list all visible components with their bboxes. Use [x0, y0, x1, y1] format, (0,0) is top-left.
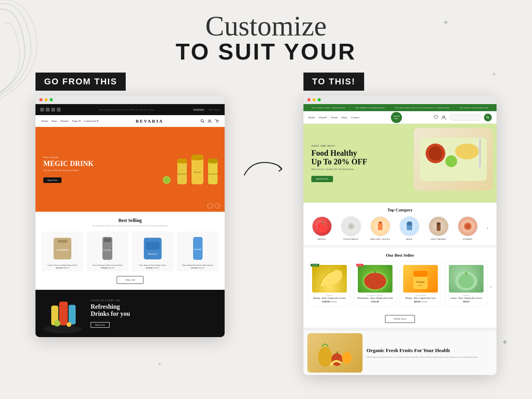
svg-point-43	[317, 222, 327, 232]
user-icon[interactable]	[208, 119, 212, 123]
food-user-icon[interactable]	[441, 115, 446, 120]
food-product-row: TOPSPE TOPSPE Banana - Raw, Organically …	[308, 261, 492, 311]
food-nav-about[interactable]: About	[331, 116, 338, 119]
food-hero-title: Food Healthy Up To 20% OFF	[311, 149, 489, 166]
food-nav-home[interactable]: Home	[308, 116, 315, 119]
food-product-img-2	[358, 265, 392, 293]
svg-point-31	[54, 320, 60, 326]
food-hero-cta[interactable]: SHOP NOW	[311, 176, 333, 182]
svg-text:Juice: Juice	[419, 284, 423, 286]
bevaria-header-icons	[201, 119, 219, 123]
cart-icon[interactable]	[215, 119, 219, 123]
svg-point-67	[318, 347, 332, 367]
bevaria-nav-pages[interactable]: Pages ▾	[72, 119, 81, 123]
svg-line-1	[203, 121, 204, 123]
svg-point-48	[350, 225, 353, 228]
product-img-4: ELIXIR	[186, 235, 210, 262]
svg-point-4	[218, 122, 218, 123]
food-product-price-3: $69.99 $120.00	[402, 300, 439, 303]
others-circle[interactable]	[458, 216, 478, 237]
browser-bar-right	[303, 95, 497, 104]
bevaria-hero: New Arrivals MEGIC DRINK Sale up to 70% …	[35, 127, 225, 212]
svg-rect-29	[59, 302, 68, 325]
topbar-item-3: GET SPECIAL DISCOUNT GET 5 PACKAGE PLAN …	[395, 107, 449, 109]
next-arrow[interactable]: ›	[214, 203, 220, 209]
best-selling-section: Best Selling The drinks that started it …	[35, 212, 225, 290]
search-icon[interactable]	[201, 119, 205, 123]
food-product-img-4	[449, 265, 484, 293]
food-wishlist-icon[interactable]	[433, 115, 438, 120]
food-header-right	[433, 114, 492, 121]
cursive-title: Customize	[0, 12, 532, 40]
svg-point-69	[342, 352, 352, 364]
product-card-1: LAUDER Lauder Advanced Night Magic Drink…	[41, 231, 84, 271]
social-icon-1	[40, 108, 44, 112]
svg-line-35	[488, 118, 489, 119]
social-icon-3	[51, 108, 55, 112]
svg-point-66	[458, 274, 474, 288]
svg-rect-50	[379, 222, 382, 224]
milk-label: MILK	[406, 238, 413, 240]
bevaria-nav-shop[interactable]: Shop	[51, 119, 57, 123]
hero-slide-arrows: ‹ ›	[207, 203, 220, 209]
view-all-button[interactable]: View All	[117, 276, 143, 284]
food-nav-blog[interactable]: Blog	[342, 116, 347, 119]
product-name-1: Lauder Advanced Night Magic Drink	[43, 264, 82, 266]
food-badge-1: TOPSPE	[311, 264, 319, 267]
dot-green-left	[50, 98, 53, 101]
bevaria-main-header: Home Shop Themes Pages ▾ Collections ▾ B…	[35, 115, 225, 127]
others-label: OTHERS	[463, 238, 472, 240]
organic-juices-circle[interactable]	[370, 216, 391, 237]
bevaria-nav-collections[interactable]: Collections ▾	[84, 119, 99, 123]
milk-circle[interactable]	[399, 216, 420, 237]
food-search-input[interactable]	[449, 114, 481, 121]
product-next-arrow[interactable]: ›	[489, 282, 492, 291]
product-card-2: ELIXAR Elixar Hydrogen Water Energy Drin…	[87, 231, 129, 271]
bevaria-top-nav: Join our Email List and receive 20% off …	[35, 104, 225, 115]
promo-cta-button[interactable]: Shop Now	[91, 322, 110, 328]
svg-rect-12	[208, 158, 218, 163]
vegetables-circle[interactable]	[341, 216, 361, 237]
svg-point-32	[67, 322, 71, 327]
food-view-all-button[interactable]: VIEW ALL	[385, 315, 415, 323]
food-product-type-3: SOFT DRINK	[402, 295, 439, 296]
dot-red-left	[39, 98, 43, 101]
product-name-4: Elixir Magic Hard Honey Mead Drinks	[179, 264, 217, 266]
bevaria-nav-home[interactable]: Home	[41, 119, 48, 123]
product-img-2: ELIXAR	[96, 235, 119, 262]
svg-rect-17	[58, 240, 67, 243]
hero-cans: MOCKUP Mockup MOCKUP	[176, 153, 219, 186]
prev-arrow[interactable]: ‹	[207, 203, 213, 209]
page-header: Customize TO SUIT YOUR	[0, 0, 532, 65]
food-product-name-4: Guava - Raw, Organically Grown	[448, 297, 485, 300]
food-search-button[interactable]	[484, 114, 492, 121]
food-product-type-2: SEASONAL FRUITS	[357, 295, 394, 296]
main-content: GO FROM THIS Join our Email List and rec…	[0, 65, 532, 375]
svg-rect-6	[177, 158, 187, 163]
best-selling-subtitle: The drinks that started it all. Our juic…	[41, 225, 219, 227]
food-product-price-1: $180.00 $200.00	[311, 300, 348, 303]
food-product-price-4: $60.95	[448, 300, 485, 303]
category-organic-juices: ORGANIC JUICES	[370, 216, 391, 240]
food-nav-items: Home Shop ▾ About Blog Contact	[308, 116, 359, 119]
food-product-name-2: Watermelon - Raw, Organically Fruits	[357, 297, 394, 300]
food-logo: Food &Juice	[391, 112, 402, 123]
organic-text: Organic Fresh Fruits For Your Health Ull…	[366, 347, 493, 358]
vegetables-label: VEGETABLES	[343, 238, 359, 240]
food-product-name-3: Mango - Raw, Organically Juice	[402, 297, 439, 300]
product-name-2: Elixar Hydrogen Water Energy Drink	[89, 264, 127, 266]
hero-cta-button[interactable]: Shop Now	[43, 177, 61, 183]
svg-point-27	[43, 325, 83, 333]
svg-rect-30	[69, 305, 76, 324]
food-nav-contact[interactable]: Contact	[351, 116, 359, 119]
soft-drinks-circle[interactable]	[428, 216, 449, 237]
bevaria-nav-themes[interactable]: Themes	[60, 119, 69, 123]
food-product-price-2: $192.00	[357, 300, 394, 303]
svg-text:Mockup: Mockup	[194, 171, 201, 173]
food-nav-shop[interactable]: Shop ▾	[319, 116, 327, 119]
can-2: Mockup	[190, 153, 205, 186]
category-next-arrow[interactable]: ›	[487, 216, 489, 240]
svg-rect-55	[437, 222, 441, 225]
food-hero-text: ONLY THE BEST Food Healthy Up To 20% OFF…	[303, 137, 497, 190]
fruits-circle[interactable]	[312, 216, 332, 237]
